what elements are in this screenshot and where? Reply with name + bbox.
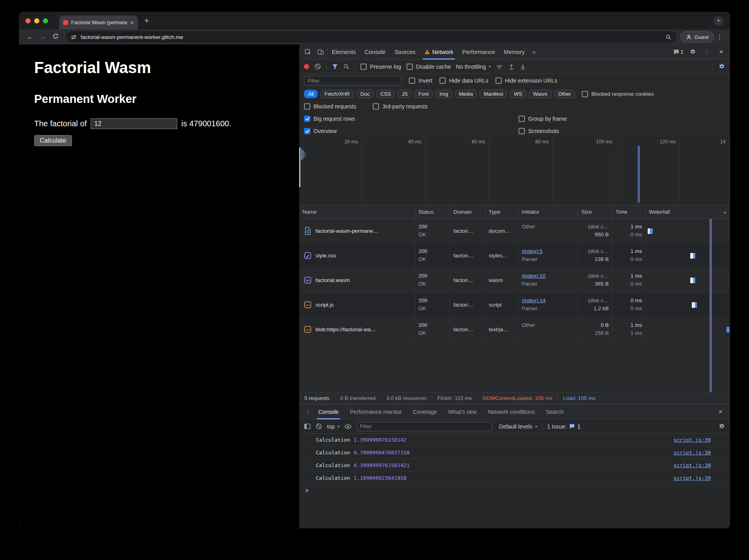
drawer-tab-console[interactable]: Console <box>313 404 344 419</box>
search-network-icon[interactable] <box>343 64 350 70</box>
column-header-status[interactable]: Status <box>415 205 450 218</box>
hide-extension-urls-checkbox[interactable]: Hide extension URLs <box>495 77 557 84</box>
export-har-icon[interactable] <box>508 64 515 70</box>
site-info-icon[interactable] <box>71 34 77 40</box>
devtools-settings-icon[interactable] <box>686 46 699 58</box>
browser-tab[interactable]: Factorial Wasm (permanent W × <box>59 15 138 29</box>
network-request-row[interactable]: <> blob:https://factorial-wa… 200 OK fac… <box>299 317 730 342</box>
tab-network[interactable]: Network <box>420 44 458 60</box>
preserve-log-checkbox[interactable]: Preserve log <box>360 64 401 70</box>
console-messages-badge[interactable]: 1 <box>672 46 685 58</box>
initiator-link[interactable]: (index):10 <box>522 272 575 280</box>
source-link[interactable]: script.js:30 <box>674 475 711 481</box>
hide-data-urls-checkbox[interactable]: Hide data URLs <box>439 77 488 84</box>
group-by-frame-checkbox[interactable]: Group by frame <box>519 116 567 122</box>
console-filter-input[interactable] <box>356 422 492 431</box>
network-overview-timeline[interactable]: 20 ms 40 ms 60 ms 80 ms 100 ms 120 ms 14 <box>299 137 730 205</box>
column-header-domain[interactable]: Domain <box>450 205 486 218</box>
url-bar[interactable]: factorial-wasm-permanent-worker.glitch.m… <box>66 31 676 42</box>
disable-cache-checkbox[interactable]: Disable cache <box>406 64 451 70</box>
zoom-icon[interactable] <box>666 34 672 40</box>
console-context-select[interactable]: top▾ <box>327 423 340 430</box>
reload-button[interactable] <box>49 33 62 41</box>
devtools-menu-kebab[interactable]: ⋮ <box>701 46 713 58</box>
filter-chip-media[interactable]: Media <box>455 90 477 98</box>
filter-chip-ws[interactable]: WS <box>510 90 526 98</box>
eye-icon[interactable] <box>345 424 352 429</box>
tab-console[interactable]: Console <box>360 44 390 60</box>
console-settings-gear-icon[interactable] <box>718 423 725 430</box>
column-header-type[interactable]: Type <box>486 205 519 218</box>
initiator-link[interactable]: (index):14 <box>522 297 575 305</box>
throttling-select[interactable]: No throttling▾ <box>456 64 491 70</box>
tab-performance[interactable]: Performance <box>458 44 499 60</box>
drawer-tab-network-conditions[interactable]: Network conditions <box>482 404 540 419</box>
column-header-initiator[interactable]: Initiator <box>519 205 578 218</box>
initiator-link[interactable]: (index):5 <box>522 247 575 255</box>
tab-sources[interactable]: Sources <box>390 44 420 60</box>
clear-network-log-icon[interactable] <box>314 63 321 70</box>
clear-console-icon[interactable] <box>315 423 322 430</box>
filter-chip-fetch-xhr[interactable]: Fetch/XHR <box>320 90 354 98</box>
filter-chip-css[interactable]: CSS <box>376 90 395 98</box>
network-conditions-icon[interactable] <box>496 64 503 70</box>
network-settings-gear-icon[interactable] <box>718 63 725 70</box>
console-prompt[interactable]: > <box>299 485 730 496</box>
profile-chip[interactable]: Guest <box>680 31 714 42</box>
filter-chip-js[interactable]: JS <box>398 90 412 98</box>
browser-menu-kebab[interactable]: ⋮ <box>714 33 725 41</box>
screenshots-checkbox[interactable]: Screenshots <box>519 128 559 134</box>
tab-memory[interactable]: Memory <box>499 44 529 60</box>
column-header-size[interactable]: Size <box>578 205 612 218</box>
more-tabs-icon[interactable]: » <box>529 48 538 55</box>
filter-chip-manifest[interactable]: Manifest <box>480 90 507 98</box>
third-party-requests-checkbox[interactable]: 3rd-party requests <box>373 103 428 110</box>
network-request-row[interactable]: <> script.js 200 OK factori… script (ind… <box>299 293 730 317</box>
source-link[interactable]: script.js:30 <box>674 450 711 456</box>
column-header-time[interactable]: Time <box>612 205 646 218</box>
source-link[interactable]: script.js:30 <box>674 437 711 443</box>
calculate-button[interactable]: Calculate <box>34 135 72 146</box>
tab-close-icon[interactable]: × <box>130 19 134 25</box>
tab-search-button[interactable]: ▾ <box>714 16 724 26</box>
back-button[interactable]: ← <box>24 33 37 41</box>
network-request-row[interactable]: factorial-wasm-permane… 200 OK factori… … <box>299 219 730 243</box>
network-request-row[interactable]: WA factorial.wasm 200 OK factori… wasm (… <box>299 268 730 293</box>
traffic-light-minimize[interactable] <box>34 18 39 23</box>
device-toolbar-icon[interactable] <box>314 46 327 58</box>
network-filter-input[interactable] <box>304 76 402 85</box>
drawer-tab-coverage[interactable]: Coverage <box>407 404 443 419</box>
record-button[interactable] <box>304 64 309 69</box>
drawer-tab-performance-monitor[interactable]: Performance monitor <box>344 404 407 419</box>
default-levels-select[interactable]: Default levels▾ <box>499 423 537 430</box>
console-sidebar-toggle-icon[interactable] <box>304 423 311 429</box>
filter-chip-doc[interactable]: Doc <box>356 90 374 98</box>
filter-toggle-icon[interactable] <box>332 64 338 70</box>
forward-button[interactable]: → <box>37 33 49 41</box>
filter-chip-wasm[interactable]: Wasm <box>529 90 551 98</box>
factorial-number-input[interactable] <box>91 118 177 129</box>
invert-checkbox[interactable]: Invert <box>409 77 432 84</box>
network-request-row[interactable]: style.css 200 OK factori… styles… (index… <box>299 243 730 268</box>
blocked-requests-checkbox[interactable]: Blocked requests <box>304 103 356 110</box>
traffic-light-fullscreen[interactable] <box>43 18 48 23</box>
source-link[interactable]: script.js:30 <box>674 462 711 468</box>
new-tab-button[interactable]: + <box>144 16 149 25</box>
column-header-name[interactable]: Name <box>299 205 415 218</box>
inspect-element-icon[interactable] <box>302 46 314 58</box>
filter-chip-font[interactable]: Font <box>414 90 433 98</box>
timeline-left-handle[interactable] <box>299 147 300 187</box>
drawer-tab-search[interactable]: Search <box>540 404 569 419</box>
traffic-light-close[interactable] <box>25 18 31 23</box>
drawer-tab-whats-new[interactable]: What's new <box>443 404 482 419</box>
devtools-close-icon[interactable]: × <box>715 46 728 58</box>
big-request-rows-checkbox[interactable]: Big request rows <box>304 116 519 122</box>
column-header-waterfall[interactable]: Waterfall ▲ <box>646 205 730 218</box>
issues-counter[interactable]: 1 Issue: 1 <box>547 423 581 430</box>
filter-chip-other[interactable]: Other <box>554 90 575 98</box>
filter-chip-all[interactable]: All <box>304 90 317 98</box>
filter-chip-img[interactable]: Img <box>435 90 452 98</box>
overview-checkbox[interactable]: Overview <box>304 128 519 134</box>
blocked-response-cookies-checkbox[interactable]: Blocked response cookies <box>582 91 654 97</box>
import-har-icon[interactable] <box>520 64 526 70</box>
